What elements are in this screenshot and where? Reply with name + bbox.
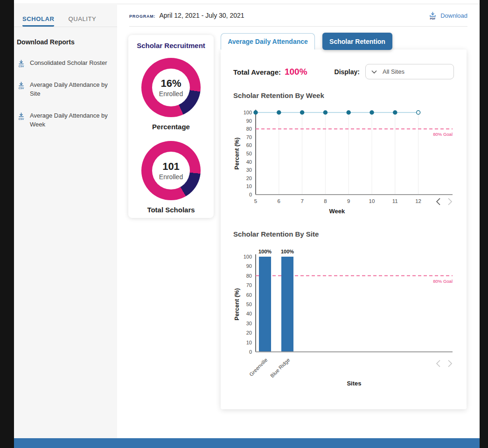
bar-value-label: 100% (281, 249, 294, 254)
next-arrow-icon[interactable] (448, 360, 452, 367)
app-window: SCHOLAR QUALITY Download Reports CSV Con… (14, 0, 480, 448)
goal-label: 80% Goal (433, 132, 453, 137)
tab-average-daily-attendance[interactable]: Average Daily Attendance (221, 33, 315, 49)
y-axis-label: Percent (%) (234, 288, 240, 321)
y-tick-label: 20 (246, 175, 252, 181)
csv-badge: CSV (19, 65, 24, 68)
y-tick-label: 30 (246, 321, 252, 326)
data-point (323, 111, 327, 114)
y-tick-label: 20 (246, 330, 252, 336)
download-csv-icon: CSV (17, 112, 25, 120)
site-bar-chart-svg: 0102030405060708090100Percent (%) 80% Go… (233, 245, 454, 390)
top-strip (14, 0, 480, 4)
csv-badge: CSV (19, 118, 24, 120)
week-line-chart-svg: 0102030405060708090100Percent (%) 80% Go… (233, 106, 454, 217)
sites-dropdown-value: All Sites (383, 68, 404, 75)
csv-badge: CSV (19, 87, 24, 90)
goal-label: 80% Goal (433, 279, 453, 284)
pdf-badge: PDF (430, 17, 436, 20)
x-tick-label: Greenville (248, 357, 269, 378)
total-average-value: 100% (285, 67, 307, 77)
y-tick-label: 0 (249, 192, 252, 197)
x-tick-label: Blue Ridge (269, 357, 291, 379)
x-tick-label: 5 (254, 198, 257, 204)
data-point (300, 111, 304, 114)
main-area: PROGRAM: April 12, 2021 - July 30, 2021 … (117, 5, 480, 438)
scholar-retention-panel: Total Average: 100% Display: All Sites S… (221, 49, 467, 409)
sidebar-tab-quality[interactable]: QUALITY (68, 15, 96, 27)
download-label: Download (440, 12, 467, 19)
bar (281, 257, 293, 352)
program-header: PROGRAM: April 12, 2021 - July 30, 2021 … (129, 5, 467, 27)
total-average-label: Total Average: (233, 68, 281, 76)
sidebar-tab-scholar[interactable]: SCHOLAR (22, 15, 54, 27)
report-link-label: Average Daily Attendance by Site (30, 81, 112, 98)
sidebar: SCHOLAR QUALITY Download Reports CSV Con… (14, 5, 117, 438)
x-tick-label: 8 (324, 198, 327, 204)
display-group: Display: All Sites (335, 64, 454, 79)
x-tick-label: 7 (300, 198, 303, 204)
donut-value: 101 (162, 161, 180, 173)
y-tick-label: 90 (246, 118, 252, 124)
data-point (254, 111, 258, 114)
y-tick-label: 50 (246, 301, 252, 307)
week-chart: 0102030405060708090100Percent (%) 80% Go… (233, 106, 454, 219)
y-tick-label: 100 (244, 110, 252, 115)
y-tick-label: 100 (244, 254, 252, 259)
download-csv-icon: CSV (17, 81, 25, 90)
y-tick-label: 70 (246, 282, 252, 288)
tab-scholar-retention[interactable]: Scholar Retention (322, 33, 392, 50)
report-link-ada-by-week[interactable]: CSV Average Daily Attendance by Week (17, 112, 112, 129)
site-chart: 0102030405060708090100Percent (%) 80% Go… (233, 245, 454, 392)
report-link-label: Consolidated Scholar Roster (30, 59, 107, 68)
next-arrow-icon[interactable] (448, 198, 452, 205)
x-tick-label: 12 (415, 198, 421, 204)
y-tick-label: 70 (246, 134, 252, 140)
y-tick-label: 60 (246, 142, 252, 148)
x-tick-label: 6 (278, 198, 280, 204)
y-tick-label: 50 (246, 151, 252, 156)
sidebar-tab-bar: SCHOLAR QUALITY (14, 5, 117, 27)
download-pdf-icon: PDF (429, 11, 437, 20)
donut-center: 16% Enrolled (152, 69, 190, 106)
chevron-down-icon (371, 70, 377, 74)
y-tick-label: 10 (246, 183, 252, 189)
y-tick-label: 0 (249, 349, 252, 355)
donut-center: 101 Enrolled (152, 152, 190, 189)
stats-row: Total Average: 100% Display: All Sites (233, 64, 454, 79)
download-reports-heading: Download Reports (17, 38, 117, 46)
data-point (370, 111, 374, 114)
report-link-ada-by-site[interactable]: CSV Average Daily Attendance by Site (17, 81, 112, 98)
percentage-donut-chart: 16% Enrolled (141, 58, 201, 117)
x-tick-label: 10 (369, 198, 375, 204)
program-label: PROGRAM: (129, 14, 155, 19)
report-link-consolidated-roster[interactable]: CSV Consolidated Scholar Roster (17, 59, 112, 68)
total-scholars-donut-wrap: 101 Enrolled Total Scholars (141, 141, 201, 214)
download-csv-icon: CSV (17, 59, 25, 68)
x-tick-label: 11 (392, 198, 398, 204)
data-point (393, 111, 397, 114)
x-tick-label: 9 (347, 198, 350, 204)
donut-caption: Percentage (141, 123, 201, 131)
x-axis-label: Week (329, 208, 345, 215)
download-pdf-button[interactable]: PDF Download (429, 11, 467, 20)
donut-sublabel: Enrolled (159, 90, 183, 98)
y-tick-label: 40 (246, 311, 252, 316)
week-chart-title: Scholar Retention By Week (233, 91, 454, 99)
donut-caption: Total Scholars (141, 206, 201, 214)
bar-value-label: 100% (258, 249, 272, 254)
y-tick-label: 90 (246, 263, 252, 269)
percentage-donut-wrap: 16% Enrolled Percentage (141, 58, 201, 131)
program-info: PROGRAM: April 12, 2021 - July 30, 2021 (129, 12, 244, 19)
site-chart-title: Scholar Retention By Site (233, 230, 454, 238)
sites-dropdown[interactable]: All Sites (365, 64, 454, 79)
data-point (417, 111, 420, 114)
data-point (277, 111, 281, 114)
report-link-label: Average Daily Attendance by Week (30, 112, 112, 129)
x-axis-label: Sites (347, 380, 361, 387)
y-tick-label: 80 (246, 126, 252, 132)
total-scholars-donut-chart: 101 Enrolled (141, 141, 201, 200)
program-date-range: April 12, 2021 - July 30, 2021 (159, 12, 244, 19)
prev-arrow-icon[interactable] (437, 198, 440, 205)
prev-arrow-icon[interactable] (437, 360, 440, 367)
